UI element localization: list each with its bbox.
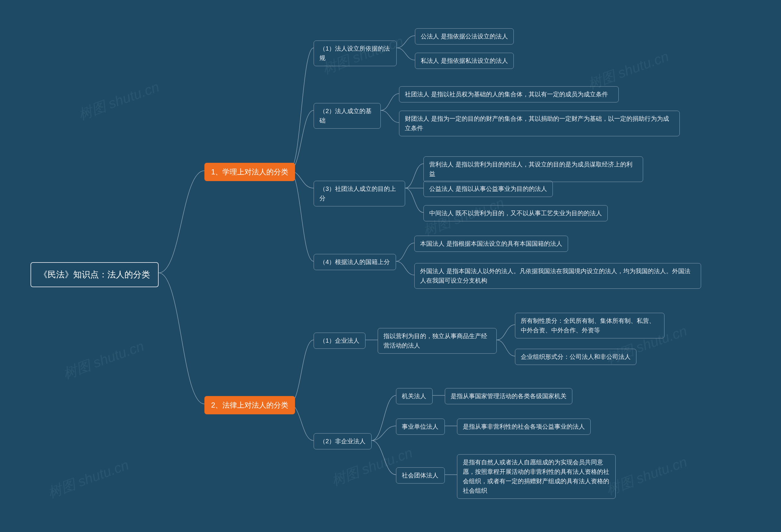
b2-label: （2）法人成立的基础 bbox=[319, 106, 375, 125]
b4-node[interactable]: （4）根据法人的国籍上分 bbox=[314, 254, 396, 270]
b6-label: （2）非企业法人 bbox=[319, 437, 366, 446]
b3-label: （3）社团法人成立的目的上分 bbox=[319, 184, 399, 203]
b4-c2-label: 外国法人 是指本国法人以外的法人。凡依据我国法在我国境内设立的法人，均为我国的法… bbox=[420, 266, 695, 285]
root-label: 《民法》知识点：法人的分类 bbox=[39, 269, 150, 280]
b6-c3-desc-label: 是指有自然人或者法人自愿组成的为实现会员共同意愿，按照章程开展活动的非营利性的具… bbox=[463, 458, 610, 495]
b5-c1-label: 所有制性质分：全民所有制、集体所有制、私营、中外合资、中外合作、外资等 bbox=[521, 316, 659, 335]
b6-c1-name-label: 机关法人 bbox=[402, 392, 426, 401]
b6-c2-desc-label: 是指从事非营利性的社会各项公益事业的法人 bbox=[463, 422, 585, 431]
b6-c3-name[interactable]: 社会团体法人 bbox=[396, 468, 445, 484]
b3-c2[interactable]: 公益法人 是指以从事公益事业为目的的法人 bbox=[423, 181, 553, 197]
b5-c2[interactable]: 企业组织形式分：公司法人和非公司法人 bbox=[515, 349, 636, 365]
b5-desc-label: 指以营利为目的，独立从事商品生产经营活动的法人 bbox=[383, 331, 491, 350]
b2-c1-label: 社团法人 是指以社员权为基础的人的集合体，其以有一定的成员为成立条件 bbox=[405, 90, 608, 99]
b1-node[interactable]: （1）法人设立所依据的法规 bbox=[314, 41, 397, 66]
b4-c2[interactable]: 外国法人 是指本国法人以外的法人。凡依据我国法在我国境内设立的法人，均为我国的法… bbox=[414, 263, 701, 289]
b4-c1-label: 本国法人 是指根据本国法设立的具有本国国籍的法人 bbox=[420, 239, 562, 249]
b5-c2-label: 企业组织形式分：公司法人和非公司法人 bbox=[521, 352, 630, 362]
root-node[interactable]: 《民法》知识点：法人的分类 bbox=[31, 262, 159, 287]
b1-c2-label: 私法人 是指依据私法设立的法人 bbox=[421, 56, 508, 65]
b5-desc[interactable]: 指以营利为目的，独立从事商品生产经营活动的法人 bbox=[378, 328, 497, 354]
b3-c3[interactable]: 中间法人 既不以营利为目的，又不以从事工艺失业为目的的法人 bbox=[423, 205, 608, 221]
cat1-node[interactable]: 1、学理上对法人的分类 bbox=[204, 163, 295, 181]
b3-c2-label: 公益法人 是指以从事公益事业为目的的法人 bbox=[429, 184, 547, 193]
b6-c1-name[interactable]: 机关法人 bbox=[396, 388, 433, 404]
b1-c1-label: 公法人 是指依据公法设立的法人 bbox=[421, 32, 508, 41]
b6-c1-desc-label: 是指从事国家管理活动的各类各级国家机关 bbox=[451, 392, 567, 401]
b2-c1[interactable]: 社团法人 是指以社员权为基础的人的集合体，其以有一定的成员为成立条件 bbox=[399, 86, 619, 102]
b6-c3-desc[interactable]: 是指有自然人或者法人自愿组成的为实现会员共同意愿，按照章程开展活动的非营利性的具… bbox=[457, 454, 616, 499]
b1-c2[interactable]: 私法人 是指依据私法设立的法人 bbox=[415, 53, 514, 69]
b3-c1-label: 营利法人 是指以营利为目的的法人，其设立的目的是为成员谋取经济上的利益 bbox=[429, 160, 637, 179]
b3-node[interactable]: （3）社团法人成立的目的上分 bbox=[314, 181, 405, 207]
b5-node[interactable]: （1）企业法人 bbox=[314, 332, 366, 349]
b5-c1[interactable]: 所有制性质分：全民所有制、集体所有制、私营、中外合资、中外合作、外资等 bbox=[515, 313, 664, 339]
b6-node[interactable]: （2）非企业法人 bbox=[314, 433, 372, 449]
b1-label: （1）法人设立所依据的法规 bbox=[319, 44, 391, 63]
b6-c1-desc[interactable]: 是指从事国家管理活动的各类各级国家机关 bbox=[445, 388, 572, 404]
b2-node[interactable]: （2）法人成立的基础 bbox=[314, 103, 381, 129]
b6-c3-name-label: 社会团体法人 bbox=[402, 471, 439, 480]
b4-label: （4）根据法人的国籍上分 bbox=[319, 257, 390, 267]
b6-c2-desc[interactable]: 是指从事非营利性的社会各项公益事业的法人 bbox=[457, 418, 591, 435]
b6-c2-name-label: 事业单位法人 bbox=[402, 422, 439, 431]
b3-c1[interactable]: 营利法人 是指以营利为目的的法人，其设立的目的是为成员谋取经济上的利益 bbox=[423, 157, 643, 182]
b5-label: （1）企业法人 bbox=[319, 336, 359, 345]
b2-c2[interactable]: 财团法人 是指为一定的目的的财产的集合体，其以捐助的一定财产为基础，以一定的捐助… bbox=[399, 111, 680, 136]
b3-c3-label: 中间法人 既不以营利为目的，又不以从事工艺失业为目的的法人 bbox=[429, 209, 602, 218]
cat2-label: 2、法律上对法人的分类 bbox=[211, 400, 288, 410]
b6-c2-name[interactable]: 事业单位法人 bbox=[396, 418, 445, 435]
cat1-label: 1、学理上对法人的分类 bbox=[211, 167, 288, 177]
b4-c1[interactable]: 本国法人 是指根据本国法设立的具有本国国籍的法人 bbox=[414, 236, 568, 252]
b2-c2-label: 财团法人 是指为一定的目的的财产的集合体，其以捐助的一定财产为基础，以一定的捐助… bbox=[405, 114, 674, 133]
b1-c1[interactable]: 公法人 是指依据公法设立的法人 bbox=[415, 28, 514, 45]
cat2-node[interactable]: 2、法律上对法人的分类 bbox=[204, 396, 295, 414]
